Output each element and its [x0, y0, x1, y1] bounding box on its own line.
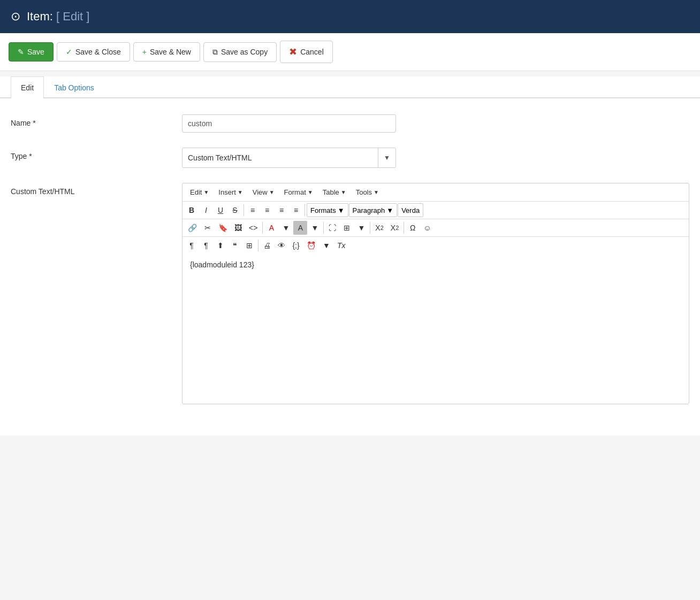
clear-format-button[interactable]: Tx: [334, 239, 349, 252]
bg-color-button[interactable]: A: [293, 221, 307, 235]
menu-view[interactable]: View ▼: [248, 186, 279, 199]
menu-format[interactable]: Format ▼: [280, 186, 317, 199]
header-bar: ⊙ Item: [ Edit ]: [0, 0, 700, 33]
cancel-icon: ✖: [289, 46, 297, 58]
formats-arrow-icon: ▼: [338, 206, 345, 214]
align-center-button[interactable]: ≡: [260, 203, 274, 217]
save-button[interactable]: ✎ Save: [9, 42, 54, 61]
fullscreen-button[interactable]: ⛶: [325, 221, 339, 235]
name-input[interactable]: [182, 114, 396, 133]
subscript-button[interactable]: X2: [372, 221, 386, 235]
type-field-wrap: Custom Text/HTML Module Component URL ▼: [182, 148, 396, 168]
table-btn2[interactable]: ⊞: [242, 239, 256, 252]
preview-button[interactable]: 👁: [275, 239, 288, 252]
bg-color-arrow[interactable]: ▼: [308, 221, 322, 235]
italic-button[interactable]: I: [199, 203, 213, 217]
edit-menu-arrow: ▼: [203, 189, 209, 195]
form-area: Name * Type * Custom Text/HTML Module Co…: [0, 98, 700, 435]
content-area: Edit Tab Options Name * Type * Custom Te…: [0, 76, 700, 435]
menu-tools[interactable]: Tools ▼: [352, 186, 383, 199]
save-icon: ✎: [18, 48, 24, 56]
type-row: Type * Custom Text/HTML Module Component…: [11, 148, 689, 168]
cancel-button[interactable]: ✖ Cancel: [280, 41, 333, 63]
view-menu-arrow: ▼: [269, 189, 275, 195]
bookmark-button[interactable]: 🔖: [215, 221, 231, 235]
blockquote-button[interactable]: ❝: [228, 239, 242, 252]
table-menu-arrow: ▼: [341, 189, 346, 195]
strikethrough-button[interactable]: S: [228, 203, 242, 217]
timer-button[interactable]: ⏰: [303, 239, 319, 252]
editor-content[interactable]: {loadmoduleid 123}: [182, 254, 689, 404]
underline-button[interactable]: U: [214, 203, 227, 217]
emotion-button[interactable]: ☺: [420, 221, 434, 235]
tab-options[interactable]: Tab Options: [44, 76, 104, 98]
separator-4: [323, 222, 324, 234]
bold-button[interactable]: B: [185, 203, 199, 217]
editor-format-bar-3: ¶ ¶ ⬆ ❝ ⊞ 🖨 👁 {;} ⏰ ▼ Tx: [182, 237, 689, 254]
table-insert-button[interactable]: ⊞: [340, 221, 354, 235]
link-button[interactable]: 🔗: [185, 221, 200, 235]
font-dropdown[interactable]: Verda: [398, 203, 423, 217]
tokens-button[interactable]: {;}: [289, 239, 303, 252]
editor-row: Custom Text/HTML Edit ▼ Insert ▼ View ▼: [11, 183, 689, 404]
type-select[interactable]: Custom Text/HTML Module Component URL: [182, 149, 378, 166]
tab-edit[interactable]: Edit: [11, 76, 44, 98]
editor-menu-bar: Edit ▼ Insert ▼ View ▼ Format ▼: [182, 183, 689, 202]
paragraph-dropdown[interactable]: Paragraph ▼: [349, 203, 398, 217]
format-menu-arrow: ▼: [308, 189, 313, 195]
menu-edit[interactable]: Edit ▼: [186, 186, 213, 199]
separator-3: [262, 222, 263, 234]
separator-2: [305, 204, 305, 216]
tab-bar: Edit Tab Options: [0, 76, 700, 98]
formats-dropdown[interactable]: Formats ▼: [307, 203, 348, 217]
print-button[interactable]: 🖨: [260, 239, 274, 252]
save-copy-button[interactable]: ⧉ Save as Copy: [203, 42, 277, 62]
unlink-button[interactable]: ✂: [201, 221, 215, 235]
editor-format-bar-2: 🔗 ✂ 🔖 🖼 <> A ▼ A ▼ ⛶ ⊞ ▼ X2 X2: [182, 219, 689, 237]
check-icon: ✓: [66, 48, 72, 56]
save-new-button[interactable]: + Save & New: [133, 42, 200, 61]
item-icon: ⊙: [11, 10, 20, 24]
custom-html-label: Custom Text/HTML: [11, 183, 182, 196]
separator-6: [404, 222, 404, 234]
special-chars-button[interactable]: Ω: [406, 221, 420, 235]
save-close-button[interactable]: ✓ Save & Close: [57, 42, 130, 61]
menu-insert[interactable]: Insert ▼: [214, 186, 247, 199]
copy-icon: ⧉: [212, 48, 218, 57]
toolbar: ✎ Save ✓ Save & Close + Save & New ⧉ Sav…: [0, 33, 700, 71]
separator-1: [244, 204, 244, 216]
outdent-button[interactable]: ⬆: [214, 239, 227, 252]
select-arrow-icon: ▼: [378, 148, 395, 167]
font-color-button[interactable]: A: [264, 221, 278, 235]
tools-menu-arrow: ▼: [374, 189, 379, 195]
code-button[interactable]: <>: [246, 221, 261, 235]
name-field-wrap: [182, 114, 396, 133]
separator-5: [370, 222, 370, 234]
para-rtl-button[interactable]: ¶: [199, 239, 213, 252]
timer-arrow[interactable]: ▼: [319, 239, 333, 252]
page-title: Item: [ Edit ]: [27, 10, 89, 24]
align-right-button[interactable]: ≡: [275, 203, 288, 217]
para-ltr-button[interactable]: ¶: [185, 239, 199, 252]
editor-wrap: Edit ▼ Insert ▼ View ▼ Format ▼: [182, 183, 689, 404]
type-select-wrap: Custom Text/HTML Module Component URL ▼: [182, 148, 396, 168]
plus-icon: +: [142, 48, 147, 56]
align-left-button[interactable]: ≡: [246, 203, 260, 217]
superscript-button[interactable]: X2: [387, 221, 402, 235]
paragraph-arrow-icon: ▼: [386, 206, 393, 214]
menu-table[interactable]: Table ▼: [318, 186, 351, 199]
font-color-arrow[interactable]: ▼: [279, 221, 293, 235]
insert-menu-arrow: ▼: [238, 189, 243, 195]
name-label: Name *: [11, 114, 182, 127]
table-arrow[interactable]: ▼: [354, 221, 368, 235]
separator-7: [258, 240, 258, 251]
image-button[interactable]: 🖼: [231, 221, 245, 235]
editor-format-bar-1: B I U S ≡ ≡ ≡ ≡ Formats ▼ Paragraph: [182, 202, 689, 219]
name-row: Name *: [11, 114, 689, 133]
align-justify-button[interactable]: ≡: [289, 203, 303, 217]
type-label: Type *: [11, 148, 182, 160]
